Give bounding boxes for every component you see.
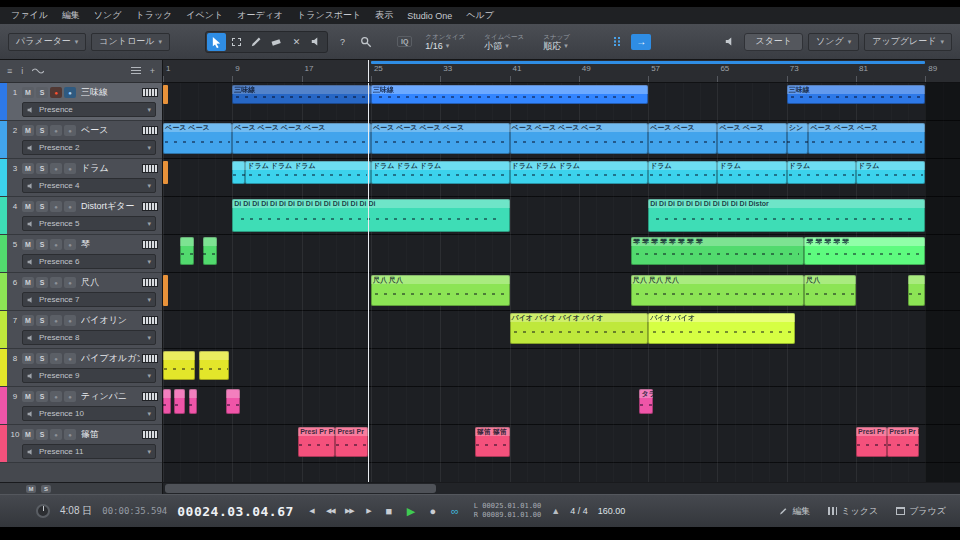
instrument-selector[interactable]: Presence 5▾ bbox=[22, 216, 156, 231]
midi-clip[interactable]: シン bbox=[787, 123, 809, 154]
midi-clip[interactable]: 三味線 bbox=[787, 85, 926, 104]
follow-playback-button[interactable]: → bbox=[631, 34, 651, 50]
midi-clip[interactable]: Presi Pr bbox=[856, 427, 887, 457]
midi-clip[interactable]: 篠笛 篠笛 bbox=[475, 427, 510, 457]
midi-clip[interactable]: ベース ベース bbox=[163, 123, 232, 154]
keyboard-icon[interactable] bbox=[142, 278, 158, 287]
track-row-9[interactable]: 9MS●●ティンパニPresence 10▾ bbox=[0, 387, 162, 425]
track-row-5[interactable]: 5MS●●琴Presence 6▾ bbox=[0, 235, 162, 273]
instrument-selector[interactable]: Presence 10▾ bbox=[22, 406, 156, 421]
menu-item-studio-one[interactable]: Studio One bbox=[400, 11, 459, 21]
keyboard-icon[interactable] bbox=[142, 88, 158, 97]
midi-clip[interactable]: ベース ベース ベース ベース bbox=[232, 123, 371, 154]
help-button[interactable]: ? bbox=[333, 33, 352, 51]
instrument-selector[interactable]: Presence 7▾ bbox=[22, 292, 156, 307]
mute-tool-button[interactable]: ✕ bbox=[287, 33, 306, 51]
record-button[interactable]: ● bbox=[424, 503, 442, 519]
midi-clip[interactable] bbox=[180, 237, 194, 265]
loop-button[interactable]: ∞ bbox=[446, 503, 464, 519]
edit-page-button[interactable]: 編集 bbox=[775, 505, 814, 518]
add-track-icon[interactable]: + bbox=[150, 66, 155, 76]
midi-clip[interactable] bbox=[203, 237, 217, 265]
midi-clip[interactable] bbox=[226, 389, 240, 414]
start-page-button[interactable]: スタート bbox=[744, 33, 803, 51]
arrow-tool-button[interactable] bbox=[207, 33, 226, 51]
midi-clip[interactable] bbox=[163, 351, 195, 380]
play-button[interactable]: ▶ bbox=[402, 503, 420, 519]
instrument-selector[interactable]: Presence 4▾ bbox=[22, 178, 156, 193]
menu-item-song[interactable]: ソング bbox=[87, 9, 129, 22]
record-arm-button[interactable]: ● bbox=[50, 239, 62, 250]
midi-clip[interactable]: ベース ベース ベース bbox=[808, 123, 925, 154]
instrument-selector[interactable]: Presence 9▾ bbox=[22, 368, 156, 383]
menu-item-help[interactable]: ヘルプ bbox=[459, 9, 501, 22]
snap-selector[interactable]: スナップ 順応▾ bbox=[543, 33, 589, 51]
midi-clip[interactable]: Presi Pr Pr bbox=[887, 427, 919, 457]
midi-clip[interactable]: Presi Pr Pr bbox=[298, 427, 335, 457]
arrangement-lanes[interactable]: 三味線三味線三味線ベース ベースベース ベース ベース ベースベース ベース ベ… bbox=[163, 83, 960, 482]
midi-clip[interactable]: ドラム ドラム ドラム bbox=[245, 161, 371, 184]
menu-item-edit[interactable]: 編集 bbox=[55, 9, 87, 22]
monitor-button[interactable]: ● bbox=[64, 201, 76, 212]
input-quantize-badge[interactable]: IQ bbox=[397, 36, 412, 47]
quantize-selector[interactable]: クオンタイズ 1/16▾ bbox=[425, 33, 471, 51]
midi-clip[interactable]: タラ bbox=[639, 389, 653, 414]
midi-clip[interactable]: 三味線 bbox=[371, 85, 648, 104]
monitor-button[interactable]: ● bbox=[64, 125, 76, 136]
level-knob[interactable] bbox=[36, 504, 50, 518]
track-row-6[interactable]: 6MS●●尺八Presence 7▾ bbox=[0, 273, 162, 311]
menu-icon[interactable]: ≡ bbox=[7, 66, 12, 76]
range-tool-button[interactable] bbox=[227, 33, 246, 51]
solo-button[interactable]: S bbox=[36, 277, 48, 288]
solo-button[interactable]: S bbox=[36, 239, 48, 250]
record-arm-button[interactable]: ● bbox=[50, 429, 62, 440]
track-row-3[interactable]: 3MS●●ドラムPresence 4▾ bbox=[0, 159, 162, 197]
list-icon[interactable] bbox=[131, 67, 141, 75]
midi-clip[interactable] bbox=[232, 161, 245, 184]
midi-clip[interactable]: ドラム bbox=[648, 161, 717, 184]
monitor-button[interactable]: ● bbox=[64, 163, 76, 174]
monitor-button[interactable]: ● bbox=[64, 391, 76, 402]
solo-button[interactable]: S bbox=[36, 87, 48, 98]
go-to-end-button[interactable]: ▶ bbox=[361, 504, 376, 518]
mute-button[interactable]: M bbox=[22, 353, 34, 364]
stop-button[interactable]: ■ bbox=[380, 503, 398, 519]
browse-page-button[interactable]: ブラウズ bbox=[892, 505, 950, 518]
keyboard-icon[interactable] bbox=[142, 316, 158, 325]
pencil-tool-button[interactable] bbox=[247, 33, 266, 51]
midi-clip[interactable]: 尺八 bbox=[804, 275, 856, 306]
solo-button[interactable]: S bbox=[36, 163, 48, 174]
tempo-display[interactable]: 160.00 bbox=[598, 506, 626, 516]
menu-item-track[interactable]: トラック bbox=[128, 9, 179, 22]
mute-button[interactable]: M bbox=[22, 315, 34, 326]
track-row-1[interactable]: 1MS●●三味線Presence▾ bbox=[0, 83, 162, 121]
menu-item-event[interactable]: イベント bbox=[179, 9, 230, 22]
record-arm-button[interactable]: ● bbox=[50, 125, 62, 136]
midi-clip[interactable]: バイオ バイオ bbox=[648, 313, 795, 344]
record-arm-button[interactable]: ● bbox=[50, 201, 62, 212]
monitor-button[interactable]: ● bbox=[64, 315, 76, 326]
monitor-button[interactable]: ● bbox=[64, 87, 76, 98]
mute-button[interactable]: M bbox=[22, 239, 34, 250]
track-row-4[interactable]: 4MS●●DistortギターPresence 5▾ bbox=[0, 197, 162, 235]
midi-clip[interactable]: ベース ベース bbox=[717, 123, 786, 154]
master-mute-button[interactable]: M bbox=[26, 485, 36, 493]
solo-button[interactable]: S bbox=[36, 353, 48, 364]
playhead-line[interactable] bbox=[368, 83, 369, 482]
midi-clip[interactable]: ドラム bbox=[856, 161, 925, 184]
upgrade-button[interactable]: アップグレード ▾ bbox=[864, 33, 952, 51]
mix-page-button[interactable]: ミックス bbox=[824, 505, 882, 518]
loop-range-bar[interactable] bbox=[371, 61, 925, 64]
mute-button[interactable]: M bbox=[22, 163, 34, 174]
keyboard-icon[interactable] bbox=[142, 164, 158, 173]
timeline-ruler[interactable]: 1917253341495765738189 bbox=[163, 60, 960, 83]
record-arm-button[interactable]: ● bbox=[50, 391, 62, 402]
midi-clip[interactable]: Di Di Di Di Di Di Di Di Di Di Di Distor bbox=[648, 199, 925, 232]
solo-button[interactable]: S bbox=[36, 315, 48, 326]
horizontal-scrollbar[interactable] bbox=[163, 483, 960, 494]
menu-item-audio[interactable]: オーディオ bbox=[230, 9, 290, 22]
menu-item-file[interactable]: ファイル bbox=[4, 9, 55, 22]
audio-output-button[interactable] bbox=[721, 34, 739, 50]
menu-item-transport[interactable]: トランスポート bbox=[290, 9, 368, 22]
automation-wave-icon[interactable] bbox=[32, 67, 44, 75]
